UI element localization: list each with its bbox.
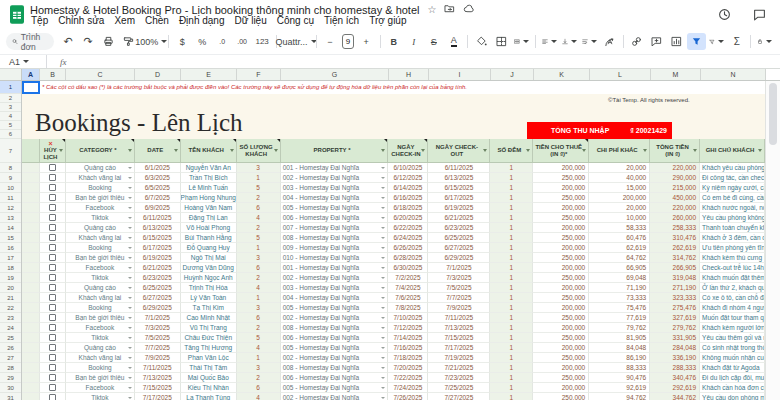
row-number[interactable]: 19	[0, 273, 21, 283]
italic-button[interactable]: I	[404, 33, 423, 50]
create-filter-button[interactable]	[687, 33, 706, 50]
cell-checkin[interactable]: 6/30/2025	[388, 263, 428, 273]
cell-guests[interactable]: 1	[237, 173, 281, 183]
document-title[interactable]: Homestay & Hotel Booking Pro - Lịch book…	[30, 4, 420, 16]
cell-total[interactable]: 262,619	[650, 243, 700, 253]
dropdown-arrow-icon[interactable]	[128, 327, 132, 329]
dropdown-arrow-icon[interactable]	[381, 387, 385, 389]
cell-category[interactable]: Booking	[66, 363, 135, 373]
column-header-N[interactable]: N	[701, 69, 766, 80]
dropdown-arrow-icon[interactable]	[381, 307, 385, 309]
dropdown-arrow-icon[interactable]	[381, 377, 385, 379]
row-number[interactable]: 24	[0, 323, 21, 333]
cell-rent[interactable]: 200,000	[533, 283, 589, 293]
cell-name[interactable]: Đỗ Quang Huy	[181, 243, 237, 253]
redo-button[interactable]: ↷	[79, 33, 98, 50]
dropdown-arrow-icon[interactable]	[381, 167, 385, 169]
cell-cancel-checkbox[interactable]	[40, 213, 66, 223]
column-header-G[interactable]: G	[281, 69, 389, 80]
cell-total[interactable]: 290,000	[650, 173, 700, 183]
cell-other[interactable]: 77,619	[589, 313, 650, 323]
cell-nights[interactable]: 1	[490, 363, 533, 373]
cell-guests[interactable]: 4	[237, 213, 281, 223]
cell-category[interactable]: Facebook	[66, 383, 135, 393]
cancel-checkbox[interactable]	[49, 284, 56, 291]
cell-rent[interactable]: 250,000	[533, 213, 589, 223]
cell-nights[interactable]: 1	[490, 303, 533, 313]
cell-date[interactable]: 6/9/2025	[135, 203, 181, 213]
cell-category[interactable]: Tiktok	[66, 273, 135, 283]
cell-property[interactable]: 009 - Homestay Đại Nghĩa	[281, 243, 389, 253]
cell-total[interactable]: 323,333	[650, 293, 700, 303]
cell-date[interactable]: 6/15/2025	[135, 233, 181, 243]
format-percent-button[interactable]: %	[193, 33, 212, 50]
cell-property[interactable]: 006 - Homestay Đại Nghĩa	[281, 213, 389, 223]
cancel-checkbox[interactable]	[49, 344, 56, 351]
cell-nights[interactable]: 1	[490, 193, 533, 203]
cell-name[interactable]: Kiều Thị Nhàn	[181, 383, 237, 393]
cancel-checkbox[interactable]	[49, 354, 56, 361]
cell-checkout[interactable]: 7/11/2025	[428, 313, 490, 323]
cell-checkout[interactable]: 7/17/2025	[428, 343, 490, 353]
menu-tep[interactable]: Tệp	[26, 15, 53, 26]
cell-other[interactable]: 20,000	[589, 163, 650, 173]
cell-other[interactable]: 90,476	[589, 373, 650, 383]
cell-checkin[interactable]: 6/26/2025	[388, 243, 428, 253]
cell-checkout[interactable]: 7/1/2025	[428, 263, 490, 273]
selected-cell-a1[interactable]	[22, 81, 40, 94]
cell-name[interactable]: Mai Quốc Bảo	[181, 373, 237, 383]
dropdown-arrow-icon[interactable]	[128, 167, 132, 169]
cell-cancel-checkbox[interactable]	[40, 223, 66, 233]
column-header-I[interactable]: I	[429, 69, 491, 80]
dropdown-arrow-icon[interactable]	[381, 397, 385, 399]
cell-property[interactable]: 003 - Homestay Đại Nghĩa	[281, 183, 389, 193]
row-number[interactable]: 27	[0, 353, 21, 363]
dropdown-arrow-icon[interactable]	[128, 377, 132, 379]
menu-tien-ich[interactable]: Tiện ích	[319, 15, 364, 26]
cell-date[interactable]: 6/21/2025	[135, 263, 181, 273]
cell-name[interactable]: Nguyễn Văn An	[181, 163, 237, 173]
dropdown-arrow-icon[interactable]	[381, 277, 385, 279]
cell-checkout[interactable]: 6/13/2025	[428, 173, 490, 183]
cancel-checkbox[interactable]	[49, 254, 56, 261]
cell-rent[interactable]: 200,000	[533, 203, 589, 213]
cell-name[interactable]: Hoàng Văn Nam	[181, 203, 237, 213]
cell-rent[interactable]: 250,000	[533, 313, 589, 323]
cell-nights[interactable]: 1	[490, 223, 533, 233]
cell-guests[interactable]: 3	[237, 303, 281, 313]
format-currency-button[interactable]: $	[173, 33, 192, 50]
cell-checkin[interactable]: 7/26/2025	[388, 393, 428, 400]
cell-name[interactable]: Dương Văn Dũng	[181, 263, 237, 273]
cell-property[interactable]: 002 - Homestay Đại Nghĩa	[281, 353, 389, 363]
row-number[interactable]: 5	[0, 121, 21, 130]
cell-rent[interactable]: 200,000	[533, 243, 589, 253]
cell-category[interactable]: Bạn bè giới thiệu	[66, 193, 135, 203]
column-header-E[interactable]: E	[181, 69, 237, 80]
cell-guests[interactable]: 6	[237, 203, 281, 213]
cell-cancel-checkbox[interactable]	[40, 323, 66, 333]
cell-cancel-checkbox[interactable]	[40, 183, 66, 193]
cell-total[interactable]: 271,190	[650, 283, 700, 293]
cell-cancel-checkbox[interactable]	[40, 313, 66, 323]
cell-total[interactable]: 336,190	[650, 353, 700, 363]
fill-color-button[interactable]	[472, 33, 491, 50]
cell-property[interactable]: 005 - Homestay Đại Nghĩa	[281, 203, 389, 213]
filter-funnel-icon[interactable]	[128, 149, 132, 152]
cell-category[interactable]: Facebook	[66, 203, 135, 213]
cell-guests[interactable]: 2	[237, 223, 281, 233]
cell-category[interactable]: Tiktok	[66, 213, 135, 223]
cell-checkout[interactable]: 7/23/2025	[428, 373, 490, 383]
filter-funnel-icon[interactable]	[421, 149, 425, 152]
cell-date[interactable]: 6/29/2025	[135, 303, 181, 313]
dropdown-arrow-icon[interactable]	[128, 267, 132, 269]
cell-nights[interactable]: 1	[490, 393, 533, 400]
scrollbar-thumb[interactable]	[769, 83, 777, 145]
row-number[interactable]: 2	[0, 94, 21, 103]
cell-property[interactable]: 002 - Homestay Đại Nghĩa	[281, 273, 389, 283]
cell-property[interactable]: 002 - Homestay Đại Nghĩa	[281, 393, 389, 400]
cell-property[interactable]: 002 - Homestay Đại Nghĩa	[281, 313, 389, 323]
cell-cancel-checkbox[interactable]	[40, 343, 66, 353]
cell-nights[interactable]: 1	[490, 343, 533, 353]
star-icon[interactable]: ☆	[428, 5, 437, 15]
row-number[interactable]: 3	[0, 103, 21, 112]
